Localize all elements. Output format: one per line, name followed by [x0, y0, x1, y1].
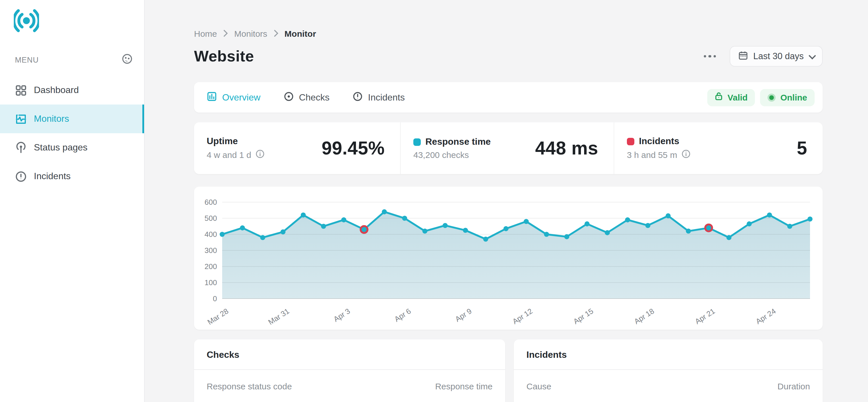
incidents-card: Incidents Cause Duration: [514, 339, 823, 402]
incidents-swatch: [627, 137, 634, 145]
chevron-right-icon: [223, 28, 228, 38]
svg-text:300: 300: [205, 246, 217, 255]
response-time-chart-card: 0100200300400500600Mar 28Mar 31Apr 3Apr …: [194, 187, 823, 330]
svg-text:Apr 21: Apr 21: [693, 307, 717, 326]
stat-label: Response time: [425, 137, 491, 147]
app-window: MENU D: [0, 0, 868, 402]
sidebar-nav: Dashboard Monitors: [0, 76, 144, 191]
sidebar: MENU D: [0, 0, 145, 402]
more-options-button[interactable]: [702, 52, 717, 61]
breadcrumb: Home Monitors Monitor: [194, 28, 823, 39]
broadcast-antenna-icon: [15, 142, 27, 154]
page-header: Website Last 30 days: [194, 45, 823, 68]
grid-icon: [15, 84, 27, 96]
stats-summary-card: Uptime 4 w and 1 d 99.45%: [194, 122, 823, 174]
column-header-cause: Cause: [526, 381, 551, 391]
sidebar-item-label: Incidents: [34, 171, 71, 182]
response-time-swatch: [413, 138, 421, 146]
alert-circle-icon: [15, 170, 27, 182]
svg-text:Apr 3: Apr 3: [332, 307, 352, 323]
svg-text:200: 200: [205, 262, 217, 271]
svg-text:100: 100: [205, 278, 217, 287]
certificate-valid-badge[interactable]: Valid: [708, 89, 755, 106]
feedback-smiley-icon[interactable]: [122, 53, 133, 66]
svg-text:600: 600: [205, 198, 217, 207]
svg-text:400: 400: [205, 230, 217, 239]
certificate-badge-label: Valid: [727, 92, 748, 102]
info-icon[interactable]: [255, 149, 265, 160]
svg-text:0: 0: [213, 294, 217, 303]
svg-text:500: 500: [205, 214, 217, 222]
svg-text:Apr 24: Apr 24: [754, 307, 777, 326]
column-header-duration: Duration: [778, 381, 810, 391]
breadcrumb-current: Monitor: [284, 28, 316, 38]
checks-card-title: Checks: [194, 339, 505, 369]
target-icon: [283, 91, 293, 104]
tab-overview[interactable]: Overview: [207, 91, 260, 104]
stat-uptime: Uptime 4 w and 1 d 99.45%: [194, 122, 400, 174]
tab-label: Incidents: [368, 92, 405, 102]
bottom-cards: Checks Response status code Response tim…: [194, 339, 823, 402]
checks-card: Checks Response status code Response tim…: [194, 339, 505, 402]
calendar-icon: [738, 50, 748, 62]
stat-incidents: Incidents 3 h and 55 m 5: [614, 122, 823, 174]
lock-icon: [715, 92, 723, 103]
uptime-value: 99.45%: [322, 137, 384, 159]
incidents-count-value: 5: [797, 137, 807, 159]
sidebar-item-label: Status pages: [34, 143, 88, 153]
chevron-right-icon: [274, 28, 278, 38]
stat-sub-label: 4 w and 1 d: [207, 150, 251, 160]
column-header-response-status-code: Response status code: [207, 381, 292, 391]
sidebar-item-dashboard[interactable]: Dashboard: [0, 76, 144, 104]
sidebar-item-label: Monitors: [34, 114, 69, 124]
tab-label: Overview: [222, 92, 260, 102]
stat-sub-label: 43,200 checks: [413, 150, 469, 160]
svg-text:Apr 9: Apr 9: [454, 307, 473, 323]
tab-incidents[interactable]: Incidents: [352, 91, 405, 104]
svg-text:Apr 18: Apr 18: [632, 307, 656, 326]
main-area: Home Monitors Monitor Website: [145, 0, 868, 402]
svg-text:Mar 28: Mar 28: [206, 307, 230, 327]
stat-sub-label: 3 h and 55 m: [627, 150, 677, 160]
response-time-value: 448 ms: [535, 137, 598, 159]
sidebar-item-status-pages[interactable]: Status pages: [0, 133, 144, 162]
online-status-badge[interactable]: Online: [761, 89, 815, 106]
menu-label: MENU: [15, 55, 39, 64]
tab-label: Checks: [299, 92, 330, 102]
page-title: Website: [194, 48, 254, 65]
breadcrumb-home[interactable]: Home: [194, 28, 217, 38]
chevron-down-icon: [809, 52, 816, 59]
tab-bar: Overview Checks: [194, 82, 823, 113]
sidebar-item-label: Dashboard: [34, 85, 79, 95]
tab-checks[interactable]: Checks: [283, 91, 330, 104]
pulse-monitor-icon: [15, 113, 27, 125]
info-icon[interactable]: [681, 149, 690, 160]
alert-circle-icon: [352, 91, 363, 104]
bar-chart-icon: [207, 91, 217, 104]
response-time-chart[interactable]: 0100200300400500600Mar 28Mar 31Apr 3Apr …: [194, 187, 823, 330]
breadcrumb-monitors[interactable]: Monitors: [234, 28, 267, 38]
app-logo-icon[interactable]: [14, 7, 39, 34]
svg-text:Apr 12: Apr 12: [511, 307, 534, 326]
date-range-label: Last 30 days: [753, 51, 804, 61]
stat-response-time: Response time 43,200 checks 448 ms: [400, 122, 614, 174]
svg-text:Apr 6: Apr 6: [393, 307, 412, 323]
svg-text:Mar 31: Mar 31: [267, 307, 291, 327]
online-badge-label: Online: [780, 92, 807, 102]
incidents-card-title: Incidents: [514, 339, 823, 369]
stat-label: Incidents: [639, 136, 679, 147]
status-dot-icon: [768, 93, 776, 101]
svg-text:Apr 15: Apr 15: [572, 307, 595, 326]
sidebar-item-monitors[interactable]: Monitors: [0, 104, 144, 133]
date-range-button[interactable]: Last 30 days: [730, 46, 823, 67]
sidebar-item-incidents[interactable]: Incidents: [0, 162, 144, 191]
column-header-response-time: Response time: [435, 381, 493, 391]
sidebar-menu-header: MENU: [15, 54, 133, 65]
stat-label: Uptime: [207, 136, 238, 147]
